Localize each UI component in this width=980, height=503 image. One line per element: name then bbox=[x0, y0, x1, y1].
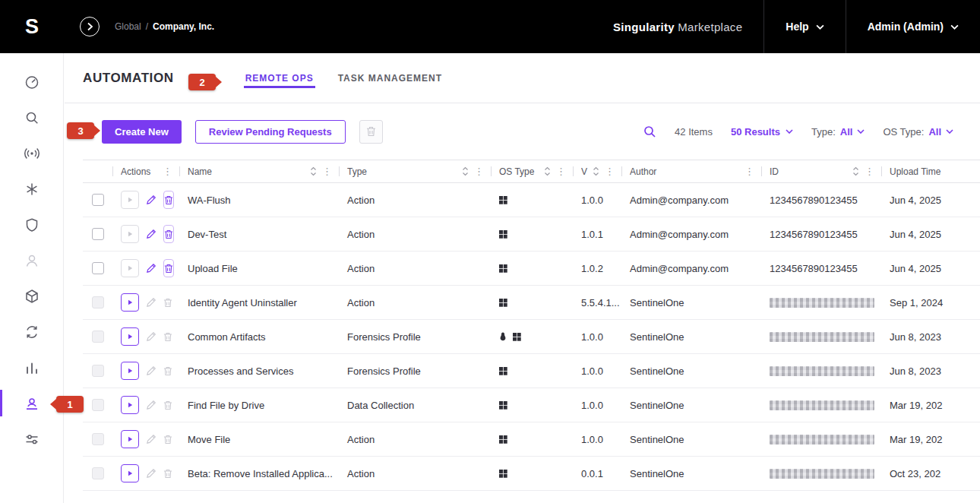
run-button[interactable] bbox=[121, 430, 139, 448]
item-name-link[interactable]: Upload File bbox=[188, 263, 238, 274]
item-author: SentinelOne bbox=[622, 400, 762, 411]
edit-icon[interactable] bbox=[146, 434, 156, 444]
bulk-delete-button[interactable] bbox=[359, 120, 383, 144]
item-type: Data Collection bbox=[340, 400, 492, 411]
edit-icon[interactable] bbox=[146, 229, 156, 239]
sidebar-item-users[interactable] bbox=[0, 242, 63, 278]
sidebar-item-policy[interactable] bbox=[0, 207, 63, 242]
sort-icon[interactable] bbox=[593, 166, 599, 176]
run-button[interactable] bbox=[121, 464, 139, 482]
table-row: Beta: Remove Installed Applica... Action… bbox=[83, 457, 980, 491]
edit-icon[interactable] bbox=[146, 297, 156, 308]
item-name-link[interactable]: Common Artifacts bbox=[188, 331, 266, 343]
header-id: ID ⋮ bbox=[762, 160, 882, 182]
item-name-link[interactable]: Processes and Services bbox=[188, 365, 293, 377]
network-icon bbox=[24, 181, 40, 198]
delete-icon[interactable] bbox=[163, 332, 172, 342]
table-search-button[interactable] bbox=[643, 125, 656, 138]
item-author: SentinelOne bbox=[622, 365, 762, 377]
item-upload-time: Sep 1, 2024 bbox=[882, 297, 980, 308]
column-menu-icon[interactable]: ⋮ bbox=[163, 166, 172, 176]
delete-icon[interactable] bbox=[163, 259, 174, 277]
item-type: Action bbox=[340, 434, 492, 445]
run-button[interactable] bbox=[121, 327, 139, 346]
admin-user-menu[interactable]: Admin (Admin) bbox=[846, 0, 980, 53]
edit-icon[interactable] bbox=[146, 365, 156, 376]
item-name-link[interactable]: Beta: Remove Installed Applica... bbox=[188, 468, 333, 479]
edit-icon[interactable] bbox=[146, 263, 156, 274]
sidebar-item-network[interactable] bbox=[0, 171, 63, 207]
run-button[interactable] bbox=[121, 225, 139, 243]
column-menu-icon[interactable]: ⋮ bbox=[556, 166, 566, 176]
column-menu-icon[interactable]: ⋮ bbox=[865, 166, 874, 176]
tab-remote-ops[interactable]: REMOTE OPS bbox=[244, 68, 315, 88]
run-button[interactable] bbox=[121, 191, 139, 209]
sentinelone-logo[interactable]: S bbox=[0, 15, 63, 39]
help-menu[interactable]: Help bbox=[764, 0, 845, 53]
item-version: 5.5.4.1... bbox=[574, 297, 622, 308]
sync-icon bbox=[24, 324, 40, 340]
sidebar-item-search[interactable] bbox=[0, 100, 63, 135]
item-id bbox=[762, 298, 882, 308]
edit-icon[interactable] bbox=[146, 195, 156, 205]
sort-icon[interactable] bbox=[310, 166, 317, 176]
run-button[interactable] bbox=[121, 259, 139, 277]
item-id bbox=[762, 366, 882, 376]
delete-icon[interactable] bbox=[163, 366, 172, 376]
edit-icon[interactable] bbox=[146, 400, 156, 410]
sidebar-item-packages[interactable] bbox=[0, 278, 63, 314]
toolbar: Create New Review Pending Requests 42 It… bbox=[65, 103, 980, 160]
row-checkbox[interactable] bbox=[92, 262, 104, 274]
os-type-filter[interactable]: OS Type: All bbox=[883, 126, 953, 138]
row-checkbox[interactable] bbox=[92, 228, 104, 240]
type-filter[interactable]: Type: All bbox=[811, 126, 865, 138]
os-type-filter-label: OS Type: bbox=[883, 126, 924, 138]
sidebar-item-sensors[interactable] bbox=[0, 135, 63, 171]
row-checkbox[interactable] bbox=[92, 296, 104, 308]
breadcrumb[interactable]: Global / Company, Inc. bbox=[115, 21, 214, 32]
delete-icon[interactable] bbox=[163, 298, 172, 308]
sort-icon[interactable] bbox=[462, 166, 469, 176]
item-name-link[interactable]: Dev-Test bbox=[188, 229, 226, 240]
column-menu-icon[interactable]: ⋮ bbox=[322, 166, 332, 176]
delete-icon[interactable] bbox=[163, 469, 172, 479]
run-button[interactable] bbox=[121, 362, 139, 380]
item-name-link[interactable]: WA-Flush bbox=[188, 195, 231, 206]
delete-icon[interactable] bbox=[163, 191, 174, 209]
run-button[interactable] bbox=[121, 293, 139, 312]
sidebar-expand-button[interactable] bbox=[80, 17, 100, 36]
item-id: 1234567890123455 bbox=[762, 263, 882, 274]
redacted-id bbox=[770, 469, 874, 479]
table-row: Common Artifacts Forensics Profile 1.0.0… bbox=[83, 320, 980, 354]
results-per-page-selector[interactable]: 50 Results bbox=[731, 126, 793, 138]
sidebar-item-settings[interactable] bbox=[0, 421, 63, 457]
row-checkbox[interactable] bbox=[92, 365, 104, 377]
sidebar-item-reports[interactable] bbox=[0, 350, 63, 385]
row-checkbox[interactable] bbox=[92, 331, 104, 343]
row-checkbox[interactable] bbox=[92, 194, 104, 206]
edit-icon[interactable] bbox=[146, 331, 156, 342]
review-pending-requests-button[interactable]: Review Pending Requests bbox=[195, 120, 346, 144]
sidebar-item-sync[interactable] bbox=[0, 314, 63, 350]
item-name-link[interactable]: Move File bbox=[188, 434, 230, 445]
column-menu-icon[interactable]: ⋮ bbox=[605, 166, 615, 176]
item-id bbox=[762, 400, 882, 410]
column-menu-icon[interactable]: ⋮ bbox=[744, 166, 754, 176]
remote-ops-icon bbox=[24, 395, 40, 412]
delete-icon[interactable] bbox=[163, 400, 172, 410]
create-new-button[interactable]: Create New bbox=[102, 120, 182, 144]
run-button[interactable] bbox=[121, 396, 139, 414]
sort-icon[interactable] bbox=[852, 166, 859, 176]
sidebar-item-dashboard[interactable] bbox=[0, 64, 63, 100]
delete-icon[interactable] bbox=[163, 435, 172, 444]
tab-task-management[interactable]: TASK MANAGEMENT bbox=[337, 68, 444, 88]
delete-icon[interactable] bbox=[163, 225, 174, 243]
row-checkbox[interactable] bbox=[92, 467, 104, 479]
sort-icon[interactable] bbox=[544, 166, 551, 176]
column-menu-icon[interactable]: ⋮ bbox=[474, 166, 484, 176]
row-checkbox[interactable] bbox=[92, 399, 104, 411]
item-name-link[interactable]: Identity Agent Uninstaller bbox=[188, 297, 297, 308]
item-name-link[interactable]: Find File by Drive bbox=[188, 400, 264, 411]
edit-icon[interactable] bbox=[146, 468, 156, 479]
row-checkbox[interactable] bbox=[92, 433, 104, 445]
